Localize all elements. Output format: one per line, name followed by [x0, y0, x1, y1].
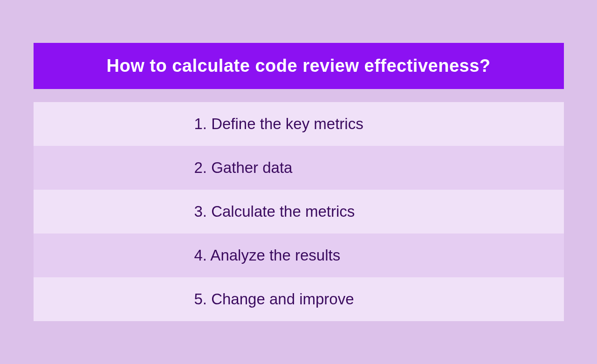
- step-text: 3. Calculate the metrics: [194, 203, 355, 220]
- list-item: 2. Gather data: [34, 146, 564, 190]
- title-text: How to calculate code review effectivene…: [106, 56, 490, 76]
- steps-list: 1. Define the key metrics 2. Gather data…: [34, 102, 564, 321]
- step-text: 2. Gather data: [194, 159, 293, 176]
- list-item: 4. Analyze the results: [34, 234, 564, 277]
- list-item: 1. Define the key metrics: [34, 102, 564, 146]
- list-item: 3. Calculate the metrics: [34, 190, 564, 234]
- step-text: 1. Define the key metrics: [194, 115, 364, 132]
- step-text: 5. Change and improve: [194, 290, 354, 308]
- list-item: 5. Change and improve: [34, 277, 564, 321]
- content-container: How to calculate code review effectivene…: [34, 43, 564, 321]
- step-text: 4. Analyze the results: [194, 247, 341, 264]
- title-bar: How to calculate code review effectivene…: [34, 43, 564, 89]
